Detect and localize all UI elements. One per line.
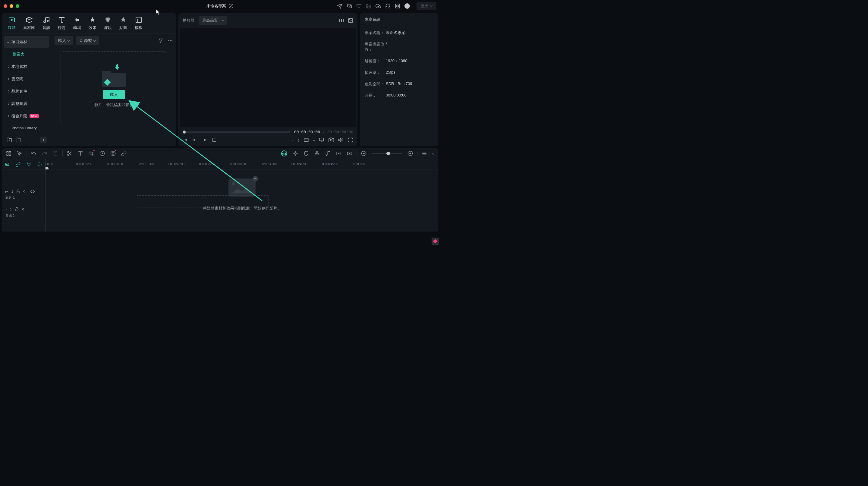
color-icon[interactable] xyxy=(110,151,116,156)
snapshot-icon[interactable] xyxy=(329,137,334,143)
render-icon[interactable] xyxy=(347,151,352,156)
maximize-window-button[interactable] xyxy=(16,4,19,8)
tab-stickers[interactable]: 貼圖 xyxy=(119,16,127,33)
download-arrow-icon xyxy=(113,62,122,71)
tab-stock[interactable]: 素材庫 xyxy=(23,16,35,33)
app-logo-corner[interactable] xyxy=(432,238,439,245)
chevron-down-icon[interactable] xyxy=(313,139,315,141)
ai-assistant-icon[interactable]: ◉◉ xyxy=(281,150,287,156)
save-icon[interactable] xyxy=(366,3,371,9)
play-button[interactable] xyxy=(202,137,207,143)
sidebar-item-project-media[interactable]: 項目素材 xyxy=(4,36,49,48)
lock-icon[interactable] xyxy=(16,189,20,194)
filter-icon[interactable] xyxy=(158,38,163,43)
zoom-out-button[interactable] xyxy=(361,151,367,156)
tab-effects[interactable]: 效果 xyxy=(89,16,96,33)
project-title: 未命名專案 xyxy=(207,3,226,9)
track-options-icon[interactable] xyxy=(422,151,427,156)
folder-icon[interactable] xyxy=(16,137,21,143)
tab-transitions[interactable]: 轉場 xyxy=(73,16,81,33)
minimize-window-button[interactable] xyxy=(10,4,13,8)
cut-icon[interactable] xyxy=(67,151,72,156)
playhead[interactable] xyxy=(45,166,50,170)
lock-icon[interactable] xyxy=(15,207,19,212)
send-icon[interactable] xyxy=(337,3,342,9)
tab-audio[interactable]: 音訊 xyxy=(42,16,50,33)
titlebar: 未命名專案 匯出 xyxy=(0,0,440,12)
undo-icon[interactable] xyxy=(31,151,36,156)
tab-label: 媒體 xyxy=(8,25,16,30)
avatar[interactable] xyxy=(404,3,410,9)
tab-templates[interactable]: 模板 xyxy=(135,16,143,33)
import-button[interactable]: 匯入 xyxy=(103,90,125,99)
sidebar-item-compound[interactable]: 復合片段NEW xyxy=(4,110,49,122)
svg-rect-25 xyxy=(7,151,8,153)
import-dropzone[interactable]: 匯入 影片、音訊檔案和影像 xyxy=(61,51,167,125)
voiceover-icon[interactable] xyxy=(314,151,320,156)
sidebar-item-adjustment[interactable]: 調整圖層 xyxy=(4,98,49,110)
progress-bar[interactable] xyxy=(183,131,290,133)
sidebar-item-local[interactable]: 本地素材 xyxy=(4,61,49,72)
fullscreen-icon[interactable] xyxy=(348,137,353,143)
link-tracks-icon[interactable] xyxy=(16,162,21,167)
detach-icon[interactable] xyxy=(319,137,324,143)
sync-icon[interactable] xyxy=(37,162,42,167)
track-dropzone[interactable] xyxy=(136,195,269,207)
video-track-header[interactable]: ▸▪1 影片 1 xyxy=(2,186,45,202)
crop-icon[interactable] xyxy=(89,151,94,156)
delete-icon[interactable] xyxy=(53,151,58,156)
sidebar-item-cloud[interactable]: 雲空間 xyxy=(4,73,49,85)
lock-all-icon[interactable] xyxy=(5,162,10,167)
zoom-slider[interactable] xyxy=(372,153,402,154)
sidebar-item-photos[interactable]: Photos Library xyxy=(4,123,49,133)
tab-media[interactable]: 媒體 xyxy=(8,16,16,33)
speed-icon[interactable] xyxy=(99,151,105,156)
volume-icon[interactable] xyxy=(338,137,344,143)
keyframe-icon[interactable] xyxy=(121,151,127,156)
grid-icon[interactable] xyxy=(395,3,400,9)
devices-icon[interactable] xyxy=(347,3,352,9)
redo-icon[interactable] xyxy=(42,151,47,156)
collapse-sidebar-button[interactable] xyxy=(40,136,47,143)
ratio-icon[interactable] xyxy=(304,137,309,143)
close-window-button[interactable] xyxy=(4,4,7,8)
quality-dropdown[interactable]: 最高品質 xyxy=(198,16,227,25)
next-frame-button[interactable] xyxy=(192,137,198,143)
add-media-icon[interactable] xyxy=(336,151,341,156)
stop-button[interactable] xyxy=(212,137,217,143)
video-preview[interactable] xyxy=(180,28,355,127)
import-dropdown[interactable]: 匯入 xyxy=(55,36,73,45)
zoom-in-button[interactable] xyxy=(407,151,413,156)
tab-filters[interactable]: 濾鏡 xyxy=(104,16,112,33)
layout-icon[interactable] xyxy=(6,151,11,156)
picture-icon[interactable] xyxy=(348,18,353,23)
record-dropdown[interactable]: 錄製 xyxy=(76,36,99,45)
tab-titles[interactable]: 標題 xyxy=(58,16,66,33)
mark-in-button[interactable]: { xyxy=(292,138,293,142)
mute-icon[interactable] xyxy=(23,189,27,194)
audio-mix-icon[interactable] xyxy=(325,151,331,156)
mark-out-button[interactable]: } xyxy=(298,138,299,142)
export-button[interactable]: 匯出 xyxy=(416,2,436,10)
new-folder-icon[interactable] xyxy=(7,137,12,143)
audio-track-header[interactable]: ♪1 音訊 1 xyxy=(2,204,45,220)
visibility-icon[interactable] xyxy=(30,189,35,194)
mute-icon[interactable] xyxy=(22,207,26,212)
monitor-icon[interactable] xyxy=(356,3,362,9)
timeline-tracks[interactable]: 00:0000:00:05:0000:00:10:0000:00:15:0000… xyxy=(45,159,438,232)
sidebar-item-folder[interactable]: 檔案夾 xyxy=(4,49,49,60)
more-icon[interactable] xyxy=(167,38,173,43)
prev-frame-button[interactable] xyxy=(183,137,188,143)
sidebar-item-brand[interactable]: 品牌套件 xyxy=(4,86,49,97)
marker-shield-icon[interactable] xyxy=(304,151,309,156)
magnet-icon[interactable] xyxy=(27,162,31,167)
selection-tool-icon[interactable] xyxy=(17,151,22,156)
cloud-icon[interactable] xyxy=(375,3,381,9)
svg-rect-23 xyxy=(319,138,324,141)
headphones-icon[interactable] xyxy=(385,3,391,9)
sparkle-icon[interactable] xyxy=(293,151,298,156)
chevron-down-icon[interactable] xyxy=(432,152,434,154)
text-icon[interactable] xyxy=(78,151,83,156)
compare-view-icon[interactable] xyxy=(339,18,344,23)
time-ruler[interactable]: 00:0000:00:05:0000:00:10:0000:00:15:0000… xyxy=(45,159,438,170)
